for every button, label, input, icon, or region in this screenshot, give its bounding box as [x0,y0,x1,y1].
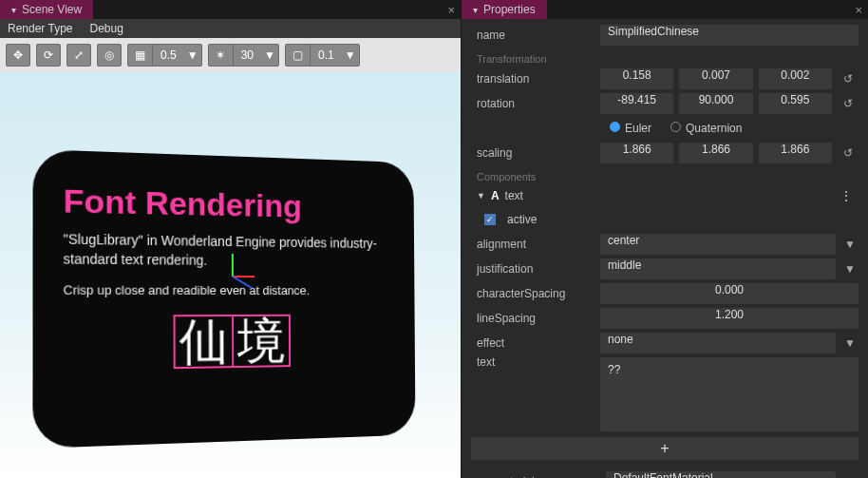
snap-icon[interactable]: ▢ [286,44,311,67]
add-component-button[interactable]: + [471,437,859,460]
collapse-triangle-icon: ▼ [477,191,485,201]
grid-value[interactable]: 0.5 [153,48,184,62]
translation-z-field[interactable]: 0.002 [759,68,832,89]
scene-view-header: ▾ Scene View × [0,0,461,19]
angle-value[interactable]: 30 [234,48,261,62]
char-spacing-label: characterSpacing [471,287,594,300]
angle-snap-group: ✶ 30 ▼ [208,44,279,67]
move-snap-group: ▢ 0.1 ▼ [285,44,360,67]
justification-row: justification middle▼ [471,257,859,281]
component-type: text [505,189,523,202]
rotation-x-field[interactable]: -89.415 [600,93,673,114]
alignment-select[interactable]: center [600,234,836,255]
translation-reset-button[interactable]: ↺ [838,68,859,89]
justification-label: justification [471,262,594,276]
quaternion-radio[interactable]: Quaternion [670,122,742,135]
cjk-char-1: 仙 [176,316,235,367]
world-space-button[interactable]: ◎ [97,44,122,67]
grid-dropdown[interactable]: ▼ [184,48,201,62]
scene-viewport-3d[interactable]: Font Rendering "SlugLibrary" in Wonderla… [0,72,461,478]
dropdown-icon[interactable]: ▼ [841,238,859,251]
properties-header: ▾ Properties × [462,0,868,19]
translation-row: translation 0.158 0.007 0.002 ↺ [471,67,859,91]
active-label: active [507,213,537,226]
close-icon[interactable]: × [447,3,455,17]
rotation-z-field[interactable]: 0.595 [759,93,832,114]
component-menu-button[interactable]: ⋮ [840,188,853,203]
close-icon[interactable]: × [855,3,862,17]
char-spacing-row: characterSpacing 0.000 [471,281,859,306]
scaling-label: scaling [471,146,594,160]
snap-dropdown[interactable]: ▼ [342,48,359,62]
cjk-sample: 仙 境 [64,315,389,372]
rotation-mode-row: Euler Quaternion [471,116,859,141]
line-spacing-field[interactable]: 1.200 [600,308,859,329]
active-checkbox[interactable]: ✓ [484,214,496,225]
text-field[interactable]: ?? [600,357,859,431]
dropdown-icon[interactable]: ▼ [841,336,859,350]
snap-value[interactable]: 0.1 [311,48,342,62]
material-select[interactable]: DefaultFontMaterial [606,471,836,478]
material-row: ▶ material DefaultFontMaterial▼ [471,469,859,478]
move-tool-button[interactable]: ✥ [6,44,30,67]
effect-row: effect none▼ [471,331,859,355]
rotation-row: rotation -89.415 90.000 0.595 ↺ [471,91,859,116]
card-subtitle-1: "SlugLibrary" in Wonderland Engine provi… [64,230,389,271]
grid-snap-group: ▦ 0.5 ▼ [127,44,202,67]
radio-on-icon [610,122,620,132]
translation-x-field[interactable]: 0.158 [600,68,673,89]
line-spacing-row: lineSpacing 1.200 [471,306,859,331]
scene-view-title: Scene View [22,3,82,16]
name-field[interactable]: SimplifiedChinese [600,25,859,46]
cjk-char-2: 境 [234,316,289,366]
active-row: ✓ active [471,207,859,232]
menu-debug[interactable]: Debug [90,22,123,35]
dropdown-icon[interactable]: ▼ [841,262,859,276]
scaling-x-field[interactable]: 1.866 [600,143,673,163]
scaling-reset-button[interactable]: ↺ [838,143,859,163]
char-spacing-field[interactable]: 0.000 [600,283,859,304]
justification-select[interactable]: middle [600,258,836,279]
scaling-z-field[interactable]: 1.866 [759,143,832,163]
scaling-row: scaling 1.866 1.866 1.866 ↺ [471,141,859,165]
rotation-reset-button[interactable]: ↺ [838,93,859,114]
properties-body: name SimplifiedChinese Transformation tr… [462,19,868,478]
text-component-header[interactable]: ▼ A text ⋮ [471,184,859,207]
name-row: name SimplifiedChinese [471,23,859,48]
cjk-selection-box: 仙 境 [174,315,292,369]
scale-tool-button[interactable]: ⤢ [66,44,91,67]
translation-y-field[interactable]: 0.007 [679,68,752,89]
grid-icon[interactable]: ▦ [128,44,153,67]
properties-title: Properties [483,3,536,16]
scene-view-panel: ▾ Scene View × Render Type Debug ✥ ⟳ ⤢ ◎… [0,0,461,478]
gizmo-x-axis [233,276,255,277]
translation-label: translation [471,72,594,86]
scaling-y-field[interactable]: 1.866 [679,143,752,163]
scene-view-tab[interactable]: ▾ Scene View [0,0,93,19]
scene-view-menubar: Render Type Debug [0,19,461,38]
menu-render-type[interactable]: Render Type [8,22,73,35]
card-title: Font Rendering [64,182,388,226]
text-row: text ?? [471,355,859,433]
properties-tab[interactable]: ▾ Properties [462,0,547,19]
effect-label: effect [471,336,594,350]
chevron-down-icon: ▾ [473,5,478,15]
chevron-down-icon: ▾ [11,5,16,15]
effect-select[interactable]: none [600,333,836,354]
radio-off-icon [670,122,681,132]
rotate-tool-button[interactable]: ⟳ [36,44,61,67]
line-spacing-label: lineSpacing [471,312,594,325]
properties-panel: ▾ Properties × name SimplifiedChinese Tr… [461,0,868,478]
euler-radio[interactable]: Euler [610,122,651,135]
transformation-section: Transformation [471,48,859,67]
rotation-y-field[interactable]: 90.000 [679,93,752,114]
angle-dropdown[interactable]: ▼ [261,48,278,62]
text-type-icon: A [491,189,500,202]
angle-icon[interactable]: ✶ [209,44,234,67]
components-section: Components [471,165,859,184]
alignment-label: alignment [471,238,594,251]
text-label: text [471,355,594,369]
card-subtitle-2: Crisp up close and readible even at dist… [64,283,389,298]
scene-toolbar: ✥ ⟳ ⤢ ◎ ▦ 0.5 ▼ ✶ 30 ▼ ▢ 0.1 ▼ [0,38,461,72]
alignment-row: alignment center▼ [471,232,859,257]
